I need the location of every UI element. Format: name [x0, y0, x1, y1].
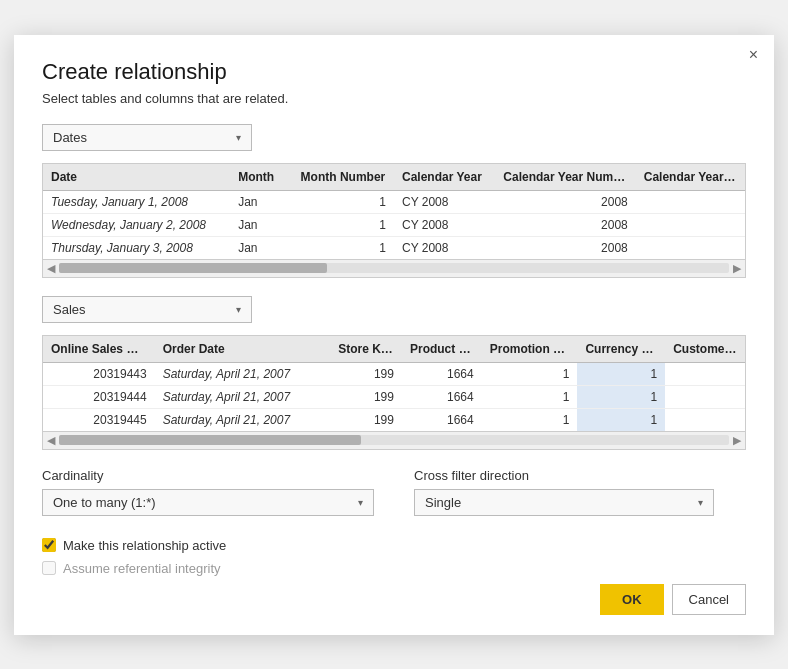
t2r2c1: 20319444: [43, 385, 155, 408]
button-row: OK Cancel: [42, 584, 746, 615]
t1r1c3: 1: [293, 190, 394, 213]
t1r3c5: 2008: [495, 236, 635, 259]
controls-row: Cardinality One to many (1:*) ▾ Cross fi…: [42, 468, 746, 522]
table1-scroll-thumb: [59, 263, 327, 273]
table1-col-monthnumber[interactable]: Month Number: [293, 164, 394, 191]
t1r2c4: CY 2008: [394, 213, 495, 236]
t2r2c6: 1: [577, 385, 665, 408]
referential-integrity-checkbox[interactable]: [42, 561, 56, 575]
table1-select-label: Dates: [53, 130, 87, 145]
t2r2c4: 1664: [402, 385, 482, 408]
t1r3c4: CY 2008: [394, 236, 495, 259]
table-row: 20319443 Saturday, April 21, 2007 199 16…: [43, 362, 745, 385]
table1-container: Date Month Month Number Calendar Year Ca…: [42, 163, 746, 278]
t1r1c2: Jan: [230, 190, 292, 213]
table2-col-promotionkey[interactable]: Promotion Key: [482, 336, 578, 363]
t2r3c4: 1664: [402, 408, 482, 431]
table1-col-calendaryearmo[interactable]: Calendar Year Mo...: [636, 164, 745, 191]
table-row: Thursday, January 3, 2008 Jan 1 CY 2008 …: [43, 236, 745, 259]
t1r1c5: 2008: [495, 190, 635, 213]
table2-col-orderdate[interactable]: Order Date: [155, 336, 331, 363]
scroll-left-icon[interactable]: ◀: [47, 262, 55, 275]
t1r2c2: Jan: [230, 213, 292, 236]
t2r1c4: 1664: [402, 362, 482, 385]
table1-select-arrow: ▾: [236, 132, 241, 143]
cancel-button[interactable]: Cancel: [672, 584, 746, 615]
t2r1c2: Saturday, April 21, 2007: [155, 362, 331, 385]
t2r3c1: 20319445: [43, 408, 155, 431]
crossfilter-arrow: ▾: [698, 497, 703, 508]
scroll-right-icon[interactable]: ▶: [733, 262, 741, 275]
table1-select-wrapper: Dates ▾: [42, 124, 746, 157]
t2r3c3: 199: [330, 408, 402, 431]
crossfilter-value: Single: [425, 495, 461, 510]
close-button[interactable]: ×: [749, 47, 758, 63]
table2-col-currencykey[interactable]: Currency Key: [577, 336, 665, 363]
table2-select-wrapper: Sales ▾: [42, 296, 746, 329]
t1r3c6: [636, 236, 745, 259]
t1r3c2: Jan: [230, 236, 292, 259]
dialog-subtitle: Select tables and columns that are relat…: [42, 91, 746, 106]
t1r2c6: [636, 213, 745, 236]
t1r1c4: CY 2008: [394, 190, 495, 213]
t1r3c3: 1: [293, 236, 394, 259]
table-row: Tuesday, January 1, 2008 Jan 1 CY 2008 2…: [43, 190, 745, 213]
table1-select[interactable]: Dates ▾: [42, 124, 252, 151]
crossfilter-label: Cross filter direction: [414, 468, 746, 483]
t2r1c5: 1: [482, 362, 578, 385]
t2r1c7: [665, 362, 745, 385]
table1-col-month[interactable]: Month: [230, 164, 292, 191]
t2r1c6: 1: [577, 362, 665, 385]
table2-scroll-thumb: [59, 435, 361, 445]
t1r2c1: Wednesday, January 2, 2008: [43, 213, 230, 236]
table2-scroll-track[interactable]: [59, 435, 729, 445]
t2r3c2: Saturday, April 21, 2007: [155, 408, 331, 431]
dialog-title: Create relationship: [42, 59, 746, 85]
scroll-right-icon2[interactable]: ▶: [733, 434, 741, 447]
t1r2c3: 1: [293, 213, 394, 236]
table2-col-customer[interactable]: Customer K...: [665, 336, 745, 363]
make-active-checkbox[interactable]: [42, 538, 56, 552]
cardinality-label: Cardinality: [42, 468, 374, 483]
t1r1c1: Tuesday, January 1, 2008: [43, 190, 230, 213]
t2r1c3: 199: [330, 362, 402, 385]
table2-col-productkey[interactable]: Product Key: [402, 336, 482, 363]
table-row: 20319444 Saturday, April 21, 2007 199 16…: [43, 385, 745, 408]
t2r3c6: 1: [577, 408, 665, 431]
t2r3c5: 1: [482, 408, 578, 431]
t2r2c2: Saturday, April 21, 2007: [155, 385, 331, 408]
make-active-label: Make this relationship active: [63, 538, 226, 553]
t1r3c1: Thursday, January 3, 2008: [43, 236, 230, 259]
table1-data: Date Month Month Number Calendar Year Ca…: [43, 164, 745, 259]
crossfilter-select[interactable]: Single ▾: [414, 489, 714, 516]
t2r2c3: 199: [330, 385, 402, 408]
table2-select[interactable]: Sales ▾: [42, 296, 252, 323]
table-row: Wednesday, January 2, 2008 Jan 1 CY 2008…: [43, 213, 745, 236]
t1r1c6: [636, 190, 745, 213]
cardinality-select[interactable]: One to many (1:*) ▾: [42, 489, 374, 516]
table-row: 20319445 Saturday, April 21, 2007 199 16…: [43, 408, 745, 431]
cardinality-arrow: ▾: [358, 497, 363, 508]
table2-select-arrow: ▾: [236, 304, 241, 315]
table1-col-date[interactable]: Date: [43, 164, 230, 191]
t1r2c5: 2008: [495, 213, 635, 236]
t2r2c5: 1: [482, 385, 578, 408]
t2r3c7: [665, 408, 745, 431]
table2-col-onlinesaleskey[interactable]: Online Sales Key: [43, 336, 155, 363]
ok-button[interactable]: OK: [600, 584, 664, 615]
table1-col-calendaryear[interactable]: Calendar Year: [394, 164, 495, 191]
crossfilter-group: Cross filter direction Single ▾: [414, 468, 746, 522]
table2-scrollbar[interactable]: ◀ ▶: [43, 431, 745, 449]
t2r1c1: 20319443: [43, 362, 155, 385]
table2-select-label: Sales: [53, 302, 86, 317]
table1-col-calendaryearnumber[interactable]: Calendar Year Number: [495, 164, 635, 191]
t2r2c7: [665, 385, 745, 408]
table2-container: Online Sales Key Order Date Store Key Pr…: [42, 335, 746, 450]
table2-col-storekey[interactable]: Store Key: [330, 336, 402, 363]
table2-data: Online Sales Key Order Date Store Key Pr…: [43, 336, 745, 431]
checkbox1-row: Make this relationship active: [42, 538, 746, 553]
scroll-left-icon2[interactable]: ◀: [47, 434, 55, 447]
table1-scrollbar[interactable]: ◀ ▶: [43, 259, 745, 277]
table1-scroll-track[interactable]: [59, 263, 729, 273]
cardinality-group: Cardinality One to many (1:*) ▾: [42, 468, 374, 522]
